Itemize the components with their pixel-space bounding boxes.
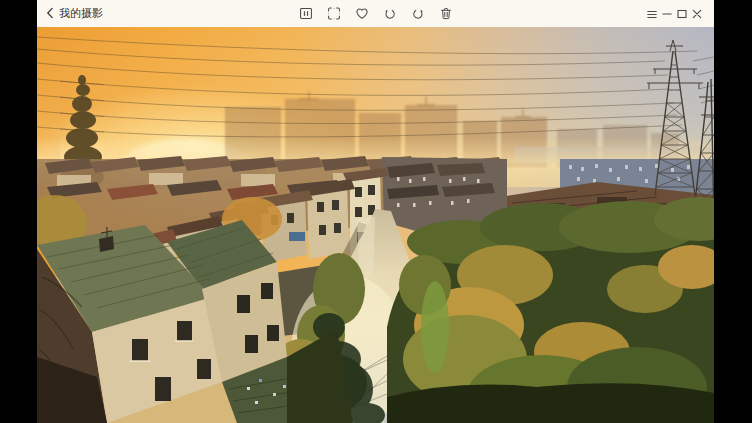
rotate-right-icon bbox=[410, 6, 425, 21]
rotate-left-icon bbox=[382, 6, 397, 21]
maximize-button[interactable] bbox=[677, 8, 687, 20]
chevron-left-icon bbox=[46, 5, 54, 23]
app-window: 我的摄影 bbox=[0, 0, 752, 423]
letterbox-left bbox=[0, 0, 37, 423]
delete-button[interactable] bbox=[438, 6, 453, 21]
trash-icon bbox=[438, 6, 453, 21]
actual-size-button[interactable] bbox=[298, 6, 313, 21]
menu-icon bbox=[647, 5, 657, 23]
back-label: 我的摄影 bbox=[59, 0, 103, 27]
rotate-right-button[interactable] bbox=[410, 6, 425, 21]
photo bbox=[37, 27, 714, 423]
letterbox-right bbox=[714, 0, 752, 423]
viewer-stage: 我的摄影 bbox=[37, 0, 714, 423]
right-bank-trees bbox=[387, 197, 714, 423]
favorite-button[interactable] bbox=[354, 6, 369, 21]
back-button[interactable]: 我的摄影 bbox=[37, 0, 113, 27]
menu-button[interactable] bbox=[647, 8, 657, 20]
topbar: 我的摄影 bbox=[37, 0, 714, 27]
toolbar bbox=[298, 0, 453, 27]
maximize-icon bbox=[677, 5, 687, 23]
minimize-button[interactable] bbox=[662, 8, 672, 20]
close-icon bbox=[692, 5, 702, 23]
photo-canvas[interactable] bbox=[37, 27, 714, 423]
fit-screen-button[interactable] bbox=[326, 6, 341, 21]
window-controls bbox=[647, 0, 714, 27]
heart-icon bbox=[354, 6, 369, 21]
actual-size-icon bbox=[298, 6, 313, 21]
rotate-left-button[interactable] bbox=[382, 6, 397, 21]
fit-screen-icon bbox=[326, 6, 341, 21]
close-button[interactable] bbox=[692, 8, 702, 20]
minimize-icon bbox=[662, 5, 672, 23]
